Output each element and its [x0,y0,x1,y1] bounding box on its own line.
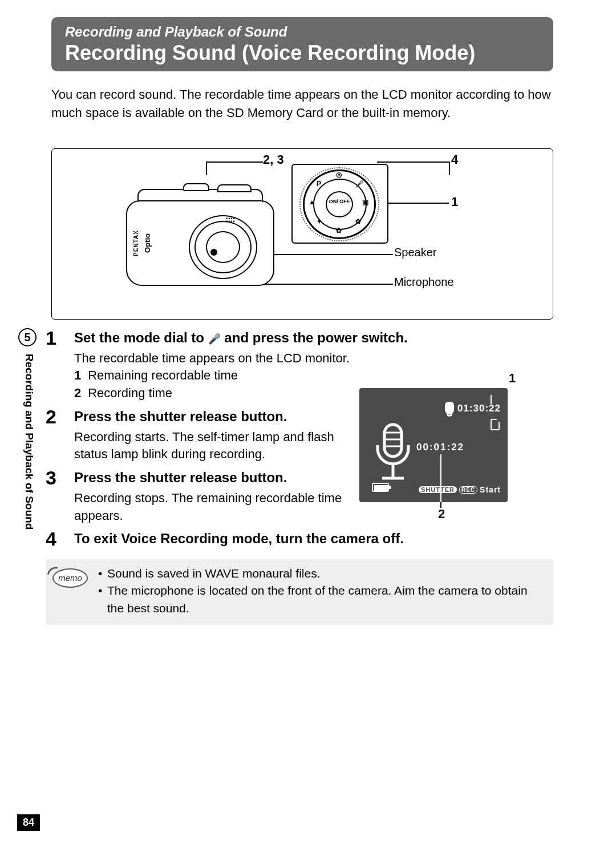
microphone-small-icon [445,402,454,414]
step-title: Press the shutter release button. [74,468,371,487]
microphone-outline-icon [371,422,416,485]
diagram-label-microphone: Microphone [394,276,454,289]
step-body-text: Recording starts. The self-timer lamp an… [74,429,371,464]
section-subtitle: Recording and Playback of Sound [65,24,540,40]
step-title: Set the mode dial to 🎤 and press the pow… [74,328,553,348]
memo-item: Sound is saved in WAVE monaural files. [98,565,543,582]
intro-paragraph: You can record sound. The recordable tim… [51,86,553,122]
camera-model-label: Optio [143,217,156,269]
svg-rect-0 [384,425,402,457]
chapter-number-badge: 5 [18,328,37,346]
step-body-text: Recording stops. The remaining recordabl… [74,490,371,525]
diagram-label-speaker: Speaker [394,246,437,259]
step-number: 2 [46,407,74,463]
lcd-remaining-time: 01:30:22 [457,403,501,414]
memo-icon: memo [44,565,90,591]
mode-dial-glyph: 🎤 [355,180,364,188]
lcd-recording-time: 00:01:22 [416,442,464,453]
mode-dial-glyph: P [317,180,321,188]
sublist-number: 1 [74,367,84,385]
mode-dial-center-label: ON/ OFF [326,191,353,217]
step-number: 4 [46,529,74,551]
mode-dial-illustration: ON/ OFF ◎ 🎤 ▣ ✿ ✿ ✦ ▲ P [291,164,388,244]
step-title-post: and press the power switch. [221,330,408,345]
section-title: Recording Sound (Voice Recording Mode) [65,41,540,65]
step-body-text: The recordable time appears on the LCD m… [74,350,553,368]
diagram-callout-1: 1 [451,195,458,209]
lcd-callout-1: 1 [509,371,516,386]
leader-line [440,502,441,508]
camera-illustration: PENTAX Optio [126,183,280,286]
page-number: 84 [17,814,40,831]
camera-diagram: 2, 3 4 1 Speaker Microphone PENTAX Optio [51,148,553,320]
camera-brand-label: PENTAX [133,217,143,269]
mode-dial-glyph: ✿ [355,217,361,225]
lcd-screenshot: 01:30:22 00:01:22 SHUTTER REC Start [359,388,508,502]
lcd-start-label: Start [480,485,501,494]
memo-box: memo Sound is saved in WAVE monaural fil… [46,559,553,625]
lcd-footer: SHUTTER REC Start [419,485,501,494]
step-title: To exit Voice Recording mode, turn the c… [74,529,553,548]
step-number: 3 [46,468,74,524]
rec-pill: REC [459,486,477,494]
step-4: 4 To exit Voice Recording mode, turn the… [46,529,553,551]
diagram-callout-23: 2, 3 [263,152,284,167]
manual-page: Recording and Playback of Sound Recordin… [0,0,616,848]
shutter-pill: SHUTTER [419,486,457,493]
section-header: Recording and Playback of Sound Recordin… [51,17,553,71]
step-sub-1: 1 Remaining recordable time [74,367,553,385]
chapter-title-vertical: Recording and Playback of Sound [22,354,35,530]
mode-dial-glyph: ▲ [309,198,315,206]
step-title: Press the shutter release button. [74,407,371,426]
lcd-callout-2: 2 [438,507,445,522]
mode-dial-glyph: ✿ [336,227,342,235]
mode-dial-glyph: ◎ [336,171,342,179]
sublist-text: Remaining recordable time [88,368,238,382]
sublist-number: 2 [74,385,84,402]
sublist-text: Recording time [88,386,172,400]
step-number: 1 [46,328,74,402]
memo-item: The microphone is located on the front o… [98,582,543,617]
leader-line [206,161,263,175]
mode-dial-glyph: ✦ [317,217,322,225]
speaker-holes-icon: •••••••• [226,217,243,224]
sd-card-icon [491,419,500,430]
microphone-icon: 🎤 [208,333,221,345]
memo-label: memo [52,568,88,588]
step-title-pre: Set the mode dial to [74,330,208,345]
diagram-callout-4: 4 [451,152,458,167]
battery-icon [372,483,389,492]
mode-dial-glyph: ▣ [362,198,368,206]
microphone-small-icon-stand [447,413,452,417]
leader-line [440,454,441,507]
microphone-hole-icon [210,249,217,256]
